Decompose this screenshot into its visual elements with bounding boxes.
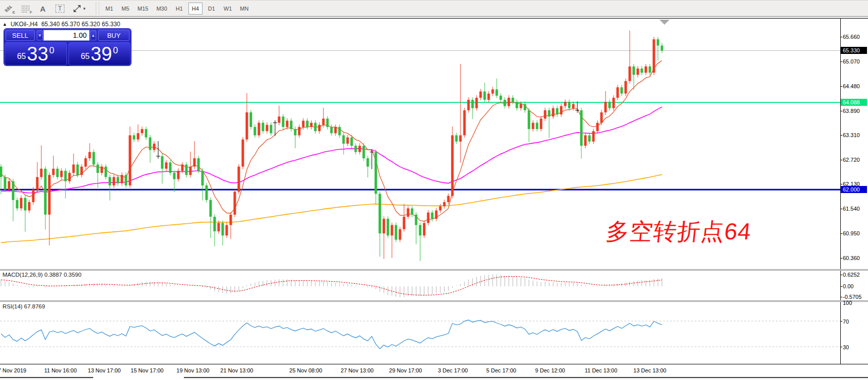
price-tick: [840, 184, 842, 184]
ohlc-values: 65.340 65.370 65.320 65.330: [41, 21, 120, 28]
timeframe-button-d1[interactable]: D1: [205, 3, 219, 15]
window-tab-edge-right: [184, 377, 868, 379]
price-tick-label: 64.480: [843, 83, 860, 89]
sell-price-quote[interactable]: 65 33 0: [5, 42, 67, 66]
rsi-tick: [840, 347, 842, 347]
timeframe-button-m15[interactable]: M15: [135, 3, 151, 15]
time-axis-label: 21 Nov 13:00: [220, 367, 253, 373]
window-tab-edge-left: [0, 377, 93, 379]
price-tick-label: 60.360: [843, 255, 860, 261]
macd-tick-label: -0.5705: [843, 294, 861, 300]
volume-decrease-button[interactable]: ▼: [37, 30, 43, 40]
price-tick-label: 63.890: [843, 108, 860, 114]
time-axis-label: 19 Nov 13:00: [176, 367, 209, 373]
level-price-badge-blue: 62.000: [841, 186, 867, 193]
rsi-tick-label: 30: [843, 344, 849, 350]
cursor-arrows-icon[interactable]: ▼: [70, 2, 90, 15]
timeframe-group: M1M5M15M30H1H4D1W1MN: [101, 3, 252, 15]
timeframe-button-h4[interactable]: H4: [188, 3, 203, 15]
time-axis-label: 9 Dec 12:00: [535, 367, 565, 373]
rsi-tick: [840, 321, 842, 322]
macd-tick-label: 0.6252: [843, 272, 860, 278]
chart-shift-marker-icon[interactable]: [659, 20, 670, 25]
volume-increase-button[interactable]: ▲: [90, 30, 96, 40]
time-axis-label: 13 Dec 13:00: [633, 367, 666, 373]
macd-tick: [840, 286, 842, 287]
price-tick: [840, 160, 842, 160]
timeframe-button-w1[interactable]: W1: [221, 3, 235, 15]
trade-panel-quotes: 65 33 0 65 39 0: [4, 42, 131, 66]
timeframe-button-m1[interactable]: M1: [102, 3, 116, 15]
macd-pane[interactable]: [0, 271, 840, 300]
price-tick-label: 60.950: [843, 230, 860, 236]
price-tick: [840, 209, 842, 209]
macd-tick: [840, 297, 842, 297]
metatrader-window: E F A T ▼ M1M5M15M30H1H4D1W1MN: [0, 0, 868, 380]
chart-annotation-text: 多空转折点64: [605, 216, 753, 247]
uptick-triangle-icon: ▲: [3, 22, 7, 27]
toolbar-separator: [96, 3, 99, 15]
rsi-pane[interactable]: [0, 302, 840, 363]
text-tool-icon[interactable]: T: [52, 2, 68, 15]
time-axis-label: 7 Nov 2019: [0, 367, 26, 373]
price-tick: [840, 86, 842, 87]
text-label-icon[interactable]: A: [35, 2, 50, 15]
time-axis-label: 5 Dec 17:00: [486, 367, 516, 373]
symbol-period-label: UKOil-,H4: [11, 21, 38, 28]
one-click-trading-panel: SELL ▼ ▲ BUY 65 33 0 65 39 0: [4, 29, 131, 66]
time-axis-label: 25 Nov 08:00: [289, 367, 322, 373]
price-tick-label: 61.540: [843, 206, 860, 212]
price-tick-label: 65.660: [843, 34, 860, 40]
chart-header: ▲ UKOil-,H4 65.340 65.370 65.320 65.330: [3, 21, 120, 28]
macd-tick: [840, 275, 842, 275]
price-tick: [840, 258, 842, 259]
time-axis-label: 3 Dec 17:00: [438, 367, 468, 373]
price-tick: [840, 111, 842, 111]
time-axis-label: 13 Nov 17:00: [88, 367, 120, 373]
price-tick: [840, 37, 842, 37]
price-tick: [840, 61, 842, 62]
timeframe-button-m5[interactable]: M5: [118, 3, 132, 15]
equidistant-channel-icon[interactable]: E: [1, 2, 16, 15]
fibonacci-retracement-icon[interactable]: F: [18, 2, 33, 15]
time-axis[interactable]: 7 Nov 201911 Nov 16:0013 Nov 17:0015 Nov…: [0, 364, 868, 376]
timeframe-button-mn[interactable]: MN: [237, 3, 251, 15]
price-tick-label: 65.070: [843, 58, 860, 65]
time-axis-label: 15 Nov 17:00: [130, 367, 163, 373]
bottom-window-edge: [0, 376, 868, 380]
timeframe-button-h1[interactable]: H1: [172, 3, 186, 15]
rsi-tick-label: 100: [843, 300, 852, 306]
buy-price-quote[interactable]: 65 39 0: [69, 42, 131, 66]
macd-tick-label: 0.00: [843, 283, 853, 289]
volume-input[interactable]: [43, 30, 90, 41]
current-price-badge: 65.330: [841, 47, 867, 54]
rsi-tick-label: 70: [843, 319, 849, 325]
trade-panel-top-row: SELL ▼ ▲ BUY: [4, 29, 131, 42]
time-axis-label: 29 Nov 17:00: [389, 367, 422, 373]
toolbar: E F A T ▼ M1M5M15M30H1H4D1W1MN: [0, 0, 868, 17]
time-axis-label: 11 Dec 13:00: [585, 367, 618, 373]
time-axis-label: 27 Nov 13:00: [341, 367, 373, 373]
time-axis-label: 11 Nov 16:00: [44, 367, 77, 373]
sell-button[interactable]: SELL: [6, 30, 35, 41]
price-tick-label: 63.310: [843, 132, 860, 138]
price-tick: [840, 233, 842, 234]
level-price-badge-green: 64.088: [841, 99, 867, 106]
timeframe-button-m30[interactable]: M30: [153, 3, 170, 15]
price-tick: [840, 135, 842, 136]
buy-button[interactable]: BUY: [98, 30, 129, 41]
macd-label: MACD(12,26,9) 0.3887 0.3590: [3, 272, 82, 278]
rsi-label: RSI(14) 67.8769: [3, 303, 45, 309]
price-tick-label: 62.720: [843, 157, 860, 163]
